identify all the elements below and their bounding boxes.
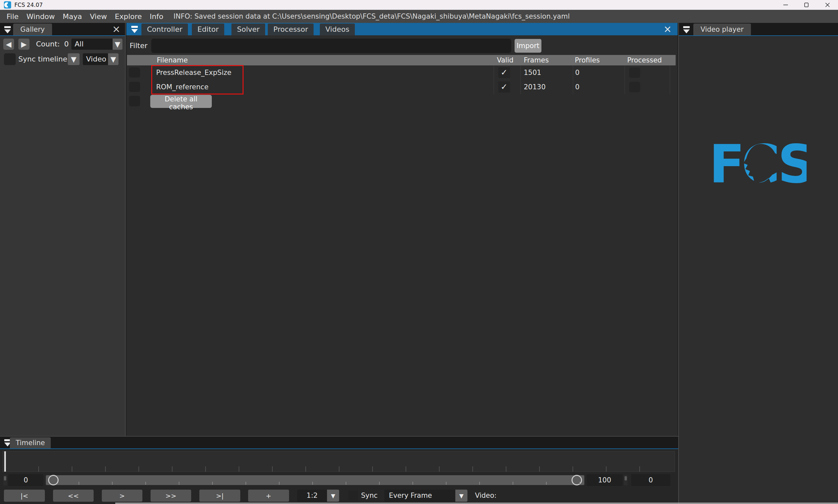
collapse-chevron-icon[interactable] [130,25,139,35]
maximize-icon [804,2,809,7]
chevron-down-icon: ▼ [115,40,120,49]
slider-tick [413,482,413,485]
timeline-tick [639,466,640,472]
frames-cell: 20130 [524,80,546,94]
menu-window[interactable]: Window [22,13,59,21]
tab-video-player[interactable]: Video player [693,23,751,35]
play-button[interactable]: > [102,490,142,502]
filter-input[interactable] [151,39,511,53]
gallery-close-icon[interactable]: × [112,23,120,35]
sync-mode-select[interactable]: Every Frame [384,490,455,502]
range-stepper-left[interactable] [3,475,7,485]
video-mode-dropdown-button[interactable]: ▼ [108,53,119,65]
menu-maya[interactable]: Maya [59,13,86,21]
sync-timeline-dropdown-button[interactable]: ▼ [68,53,80,65]
ratio-select[interactable]: 1:2 [297,490,327,502]
current-frame-field[interactable]: 0 [631,474,670,486]
menu-info[interactable]: Info [146,13,167,21]
gallery-panel: Gallery × ◀ ▶ Count: 0 All ▼ Sync timeli… [0,23,126,436]
filter-row: Filter Import [126,39,678,53]
column-header-filename[interactable]: Filename [157,55,188,66]
gallery-filter-select[interactable]: All [71,39,112,50]
timeline-panel: Timeline 0 100 0 |< << > >> >| + 1:2 ▼ S… [0,436,678,504]
menubar: File Window Maya View Explore Info INFO:… [0,10,838,23]
menu-file[interactable]: File [3,13,22,21]
controller-panel: Controller Editor Solver Processor Video… [126,23,678,436]
slider-tick [212,482,213,485]
maximize-button[interactable] [796,0,817,10]
gallery-prev-button[interactable]: ◀ [3,39,14,50]
column-header-frames[interactable]: Frames [524,55,548,66]
gallery-filter-dropdown-button[interactable]: ▼ [112,39,122,50]
timeline-tick [372,466,373,472]
slider-tick [379,482,380,485]
timeline-tick [205,466,206,472]
timeline-tick [305,466,306,472]
timeline-tick [105,466,106,472]
range-slider-left-handle[interactable] [48,475,58,485]
go-to-start-button[interactable]: |< [4,490,45,502]
tab-editor[interactable]: Editor [192,23,224,35]
chevron-down-icon: ▼ [111,55,116,64]
column-header-profiles[interactable]: Profiles [575,55,600,66]
sync-mode-dropdown-button[interactable]: ▼ [455,490,468,502]
collapse-chevron-icon[interactable] [3,25,12,35]
menu-explore[interactable]: Explore [111,13,146,21]
tab-timeline[interactable]: Timeline [10,437,51,448]
column-header-valid[interactable]: Valid [497,55,513,66]
forward-icon: ▶ [21,40,27,49]
session-status-message: INFO: Saved session data at C:\Users\sen… [174,10,570,23]
back-icon: ◀ [6,40,12,49]
video-mode-select[interactable]: Video [83,53,108,65]
ratio-dropdown-button[interactable]: ▼ [327,490,339,502]
gallery-next-button[interactable]: ▶ [18,39,30,50]
add-button[interactable]: + [248,490,289,502]
sync-timeline-checkbox[interactable] [4,53,16,65]
row-select-checkbox[interactable] [129,67,140,77]
tab-controller[interactable]: Controller [141,23,188,35]
timeline-tick [172,466,173,472]
sync-checkbox[interactable] [348,491,358,500]
range-end-field[interactable]: 100 [587,474,623,486]
column-header-processed[interactable]: Processed [627,55,662,66]
step-back-button[interactable]: << [53,490,93,502]
tab-videos[interactable]: Videos [320,23,355,35]
processed-checkbox[interactable] [629,82,640,92]
timeline-tick [472,466,473,472]
close-button[interactable] [817,0,838,10]
range-slider-right-handle[interactable] [572,475,582,485]
playhead[interactable] [4,451,6,472]
timeline-track[interactable] [3,451,675,472]
minimize-button[interactable] [775,0,796,10]
app-window: FCS 24.07 File Window Maya View Explore … [0,0,838,504]
delete-all-caches-button[interactable]: Delete all caches [150,95,212,108]
window-controls [775,0,838,10]
main-panel-close-icon[interactable]: × [664,23,672,35]
range-stepper-right[interactable] [624,475,628,485]
tab-solver[interactable]: Solver [231,23,265,35]
step-forward-button[interactable]: >> [151,490,191,502]
timeline-tick [138,466,139,472]
import-button[interactable]: Import [514,39,541,53]
go-to-end-button[interactable]: >| [199,490,240,502]
valid-check-icon[interactable]: ✓ [498,82,510,93]
frame-range-slider[interactable] [46,475,584,485]
count-label: Count: [36,39,60,50]
slider-tick [512,482,513,485]
range-start-field[interactable]: 0 [8,474,43,486]
video-player-panel: Video player FCS [678,23,838,504]
filter-label: Filter [129,39,147,53]
slider-tick [479,482,480,485]
delete-row-checkbox[interactable] [129,96,140,106]
row-select-checkbox[interactable] [129,82,140,92]
table-header: Filename Valid Frames Profiles Processed [127,55,676,66]
processed-checkbox[interactable] [629,67,640,78]
tab-processor[interactable]: Processor [268,23,314,35]
timeline-tick [239,466,239,472]
collapse-chevron-icon[interactable] [682,25,691,35]
menu-view[interactable]: View [86,13,111,21]
valid-check-icon[interactable]: ✓ [498,67,510,78]
tab-gallery[interactable]: Gallery [13,23,52,35]
timeline-header: Timeline [0,437,678,449]
app-logo-icon [4,1,11,8]
